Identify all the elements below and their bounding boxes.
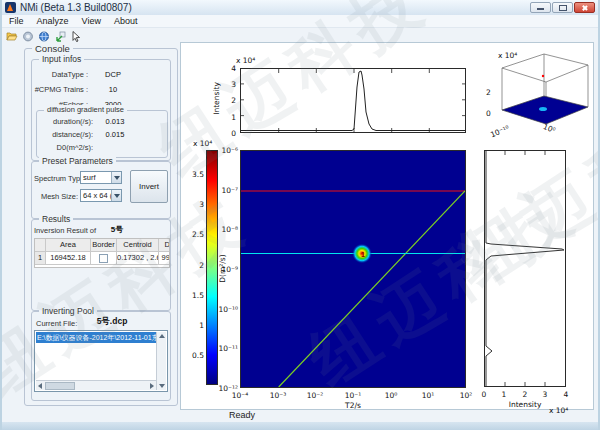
window-title: NMi (Beta 1.3 Build0807): [20, 2, 132, 13]
duration-value: 0.013: [95, 117, 135, 126]
colorbar-scale: x 10⁴: [193, 139, 212, 148]
title-bar[interactable]: NMi (Beta 1.3 Build0807): [2, 0, 598, 16]
console-title: Console: [32, 43, 73, 54]
distance-label: distance(/s):: [37, 130, 93, 139]
row-index: 1: [35, 252, 46, 265]
table-row[interactable]: 1 169452.18 0.17302 , 2.6... 99.21: [35, 252, 169, 265]
results-table: Area Border Centroid Dist 1 169452.18 0.…: [34, 238, 170, 268]
inversion-result-file: 5号: [102, 224, 132, 235]
col-centroid: Centroid: [117, 239, 159, 252]
d0-label: D0(m^2/s):: [37, 143, 93, 152]
results-table-header: Area Border Centroid Dist: [35, 239, 169, 252]
d-projection-scale: x 10⁴: [549, 406, 568, 415]
list-item-selected[interactable]: E:\数据\仪器设备-2012年\2012-11-01东北石油大学样本测试数据: [36, 332, 156, 343]
heatmap-overlay: 1: [241, 151, 465, 387]
distance-value: 0.015: [95, 130, 135, 139]
preset-parameters-group: Preset Parameters Spectrum Type : surf M…: [31, 161, 171, 219]
open-folder-icon[interactable]: [6, 28, 18, 39]
spectrum-type-label: Spectrum Type :: [34, 174, 78, 183]
col-area: Area: [46, 239, 91, 252]
peak-label: 1: [361, 251, 365, 258]
border-checkbox[interactable]: [99, 254, 108, 263]
current-file-value: 5号.dcp: [72, 316, 152, 328]
app-icon: [5, 2, 16, 13]
surface-scale: x 10⁴: [498, 51, 517, 60]
menu-file[interactable]: File: [9, 16, 24, 26]
diffusion-group: diffusion gradient pulse duration(/s): 0…: [36, 110, 168, 158]
app-window: NMi (Beta 1.3 Build0807) File Analyze Vi…: [0, 0, 600, 430]
invert-button[interactable]: Invert: [130, 170, 168, 203]
col-border: Border: [91, 239, 117, 252]
globe-icon[interactable]: [38, 28, 50, 39]
inversion-result-caption: Inversion Result of: [34, 226, 96, 235]
vertical-scrollbar[interactable]: [156, 332, 166, 390]
t2-projection-plot: [240, 68, 466, 133]
green-diagonal-line: [279, 191, 465, 387]
input-infos-group: Input infos DataType : DCP #CPMG Trains …: [31, 59, 171, 161]
inverting-pool-group: Inverting Pool Current File: 5号.dcp E:\数…: [31, 311, 171, 401]
heatmap-xlabel: T2/s: [333, 401, 373, 410]
results-group: Results Inversion Result of 5号 Area Bord…: [31, 219, 171, 311]
cpmg-trains-label: #CPMG Trains :: [32, 85, 88, 94]
pointer-icon[interactable]: [70, 28, 82, 39]
file-listbox[interactable]: E:\数据\仪器设备-2012年\2012-11-01东北石油大学样本测试数据: [34, 330, 168, 392]
cpmg-trains-value: 10: [90, 85, 136, 94]
preset-parameters-title: Preset Parameters: [39, 156, 116, 166]
duration-label: duration(/s):: [37, 117, 93, 126]
mesh-size-label: Mesh Size:: [34, 192, 78, 201]
inverting-pool-title: Inverting Pool: [39, 306, 97, 316]
t2-projection-curve: [241, 69, 465, 132]
cell-area: 169452.18: [46, 252, 91, 265]
spectrum-type-select[interactable]: surf: [80, 171, 122, 184]
t2-plot-scale: x 10⁴: [236, 56, 255, 65]
import-data-icon[interactable]: [54, 28, 66, 39]
menu-analyze[interactable]: Analyze: [37, 16, 69, 26]
window-bottom-border: [2, 422, 598, 430]
toolbar: [2, 27, 598, 39]
datatype-label: DataType :: [32, 70, 88, 79]
d-projection-xlabel: Intensity: [503, 400, 547, 409]
chevron-down-icon[interactable]: [111, 172, 121, 183]
scroll-left-icon[interactable]: [38, 383, 42, 389]
console-panel: Console Input infos DataType : DCP #CPMG…: [24, 48, 178, 406]
snapshot-icon[interactable]: [22, 28, 34, 39]
cell-centroid: 0.17302 , 2.6...: [117, 252, 159, 265]
results-title: Results: [39, 214, 73, 224]
close-button[interactable]: [574, 2, 595, 13]
scrollbar-thumb[interactable]: [45, 382, 75, 390]
scroll-right-icon[interactable]: [150, 383, 154, 389]
menu-about[interactable]: About: [114, 16, 138, 26]
spectrum-type-value: surf: [83, 173, 96, 182]
cell-dist: 99.21: [159, 252, 170, 265]
diffusion-title: diffusion gradient pulse: [44, 105, 127, 114]
menu-view[interactable]: View: [82, 16, 101, 26]
minimize-button[interactable]: [530, 2, 551, 13]
scroll-down-icon[interactable]: [159, 384, 165, 388]
chevron-down-icon[interactable]: [111, 190, 121, 201]
cell-border: [91, 252, 117, 265]
input-infos-title: Input infos: [39, 54, 84, 64]
col-dist: Dist: [159, 239, 170, 252]
datatype-value: DCP: [90, 70, 136, 79]
status-text: Ready: [182, 410, 302, 420]
scroll-up-icon[interactable]: [159, 334, 165, 338]
horizontal-scrollbar[interactable]: [36, 380, 156, 390]
maximize-button[interactable]: [552, 2, 573, 13]
d-projection-plot: [484, 150, 566, 387]
t2-plot-ylabel: Intensity: [212, 79, 221, 119]
mesh-size-select[interactable]: 64 x 64 (...: [80, 189, 122, 202]
d-projection-curve: [485, 151, 565, 386]
heatmap-ylabel: D(m²/s): [218, 245, 227, 293]
d-t2-heatmap: 1: [240, 150, 466, 388]
